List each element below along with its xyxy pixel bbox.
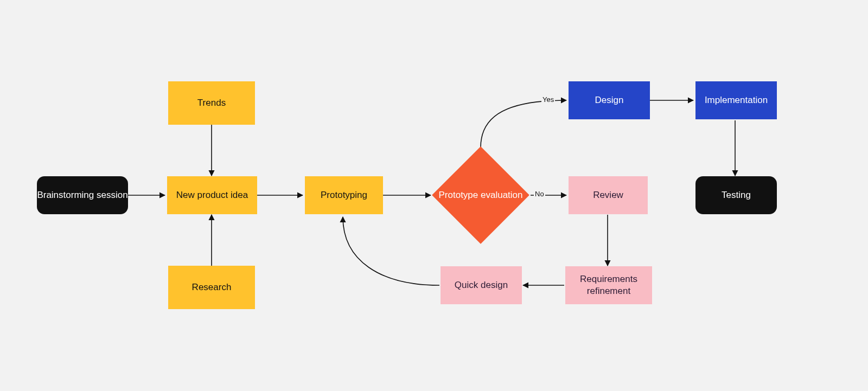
node-label: Quick design — [455, 279, 508, 291]
node-testing: Testing — [695, 176, 777, 214]
node-label: Prototyping — [321, 189, 367, 201]
node-implementation: Implementation — [695, 81, 777, 119]
node-new-product-idea: New product idea — [167, 176, 257, 214]
edge-label-yes: Yes — [541, 95, 555, 104]
node-brainstorming: Brainstorming session — [37, 176, 128, 214]
node-label: Research — [192, 281, 232, 293]
node-label: New product idea — [176, 189, 248, 201]
flowchart-canvas: Brainstorming session Trends Research Ne… — [0, 0, 868, 391]
node-label: Testing — [722, 189, 751, 201]
node-prototyping: Prototyping — [305, 176, 383, 214]
node-quick-design: Quick design — [441, 266, 522, 304]
node-trends: Trends — [168, 81, 255, 125]
node-design: Design — [569, 81, 650, 119]
node-label: Review — [593, 189, 623, 201]
node-review: Review — [569, 176, 648, 214]
node-research: Research — [168, 266, 255, 309]
node-label: Brainstorming session — [37, 189, 127, 201]
node-label: Requirements refinement — [565, 273, 652, 297]
edge-label-no: No — [534, 190, 545, 198]
node-requirements-refinement: Requirements refinement — [565, 266, 652, 304]
node-prototype-evaluation: Prototype evaluation — [432, 146, 529, 244]
node-label: Trends — [197, 97, 226, 109]
node-label: Design — [595, 94, 624, 106]
node-label: Prototype evaluation — [439, 189, 523, 201]
node-label: Implementation — [705, 94, 768, 106]
